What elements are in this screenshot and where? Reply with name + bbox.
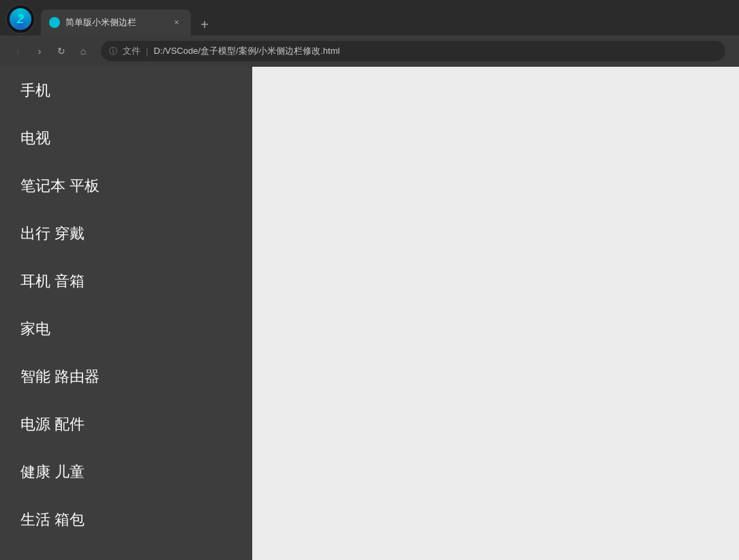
sidebar-item-2[interactable]: 笔记本 平板 bbox=[0, 162, 252, 210]
forward-button[interactable]: › bbox=[30, 42, 49, 61]
sidebar-item-label-2: 笔记本 平板 bbox=[20, 176, 100, 196]
sidebar-item-label-5: 家电 bbox=[20, 319, 50, 339]
sidebar-item-label-8: 健康 儿童 bbox=[20, 462, 85, 482]
sidebar-item-label-0: 手机 bbox=[20, 80, 50, 101]
address-info-icon: ⓘ bbox=[109, 46, 117, 57]
browser-window: 简单版小米侧边栏 × + ‹ › ↻ ⌂ ⓘ 文件 | D:/VSCode/盒子… bbox=[0, 0, 739, 560]
sidebar-item-3[interactable]: 出行 穿戴 bbox=[0, 210, 252, 258]
sidebar-item-label-4: 耳机 音箱 bbox=[20, 271, 85, 292]
sidebar-item-label-6: 智能 路由器 bbox=[20, 367, 100, 387]
nav-bar: ‹ › ↻ ⌂ ⓘ 文件 | D:/VSCode/盒子模型/案例/小米侧边栏修改… bbox=[0, 35, 739, 67]
sidebar-item-5[interactable]: 家电 bbox=[0, 305, 252, 353]
sidebar-item-label-9: 生活 箱包 bbox=[20, 510, 85, 530]
sidebar-item-label-3: 出行 穿戴 bbox=[20, 223, 85, 244]
tab-favicon-icon bbox=[49, 17, 60, 28]
sidebar-item-label-1: 电视 bbox=[20, 128, 50, 149]
home-button[interactable]: ⌂ bbox=[74, 42, 93, 61]
address-separator: | bbox=[146, 46, 148, 57]
reload-button[interactable]: ↻ bbox=[52, 42, 71, 61]
new-tab-button[interactable]: + bbox=[194, 14, 215, 35]
address-url: D:/VSCode/盒子模型/案例/小米侧边栏修改.html bbox=[153, 45, 340, 57]
sidebar-item-label-7: 电源 配件 bbox=[20, 414, 85, 435]
address-bar[interactable]: ⓘ 文件 | D:/VSCode/盒子模型/案例/小米侧边栏修改.html bbox=[101, 41, 725, 61]
sidebar-item-0[interactable]: 手机 bbox=[0, 67, 252, 114]
tab-bar: 简单版小米侧边栏 × + bbox=[0, 0, 739, 35]
sidebar: 手机电视笔记本 平板出行 穿戴耳机 音箱家电智能 路由器电源 配件健康 儿童生活… bbox=[0, 67, 252, 560]
tab-item-active[interactable]: 简单版小米侧边栏 × bbox=[41, 10, 191, 35]
sidebar-item-1[interactable]: 电视 bbox=[0, 114, 252, 162]
address-file-label: 文件 bbox=[123, 45, 140, 57]
tab-title: 简单版小米侧边栏 bbox=[65, 16, 165, 29]
back-button[interactable]: ‹ bbox=[8, 42, 27, 61]
tab-close-button[interactable]: × bbox=[170, 16, 183, 29]
content-area: 手机电视笔记本 平板出行 穿戴耳机 音箱家电智能 路由器电源 配件健康 儿童生活… bbox=[0, 67, 739, 560]
sidebar-item-7[interactable]: 电源 配件 bbox=[0, 401, 252, 448]
main-content bbox=[252, 67, 739, 560]
browser-logo bbox=[5, 4, 35, 34]
sidebar-item-9[interactable]: 生活 箱包 bbox=[0, 496, 252, 544]
sidebar-item-8[interactable]: 健康 儿童 bbox=[0, 448, 252, 496]
sidebar-item-4[interactable]: 耳机 音箱 bbox=[0, 258, 252, 305]
sidebar-item-6[interactable]: 智能 路由器 bbox=[0, 353, 252, 401]
